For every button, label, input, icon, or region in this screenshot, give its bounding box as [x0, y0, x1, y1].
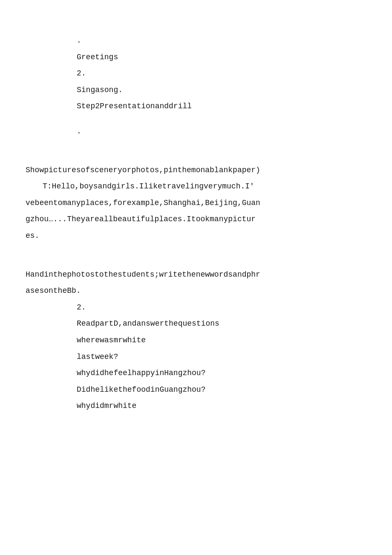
hand-in-text-1: Handinthephotostothestudents;writethenew… — [26, 270, 260, 279]
did-he-like-line: DidhelikethefoodinGuangzhou? — [26, 383, 366, 396]
teacher-speech-text-4: es. — [26, 231, 39, 240]
teacher-speech-line-1: T:Hello,boysandgirls.Iliketravelingverym… — [26, 180, 366, 193]
dot-text-1: . — [77, 36, 81, 45]
teacher-speech-line-2: vebeentomanyplaces,forexample,Shanghai,B… — [26, 197, 366, 210]
singasong-text: Singasong. — [77, 86, 123, 94]
why-happy-text: whydidhefeelhappyinHangzhou? — [77, 369, 205, 377]
teacher-speech-line-4: es. — [26, 229, 366, 243]
teacher-speech-line-3: gzhou…...Theyareallbeautifulplaces.Itook… — [26, 213, 366, 226]
read-part-d-line: ReadpartD,andanswerthequestions — [26, 317, 366, 330]
why-happy-line: whydidhefeelhappyinHangzhou? — [26, 367, 366, 380]
teacher-speech-text-1: T:Hello,boysandgirls.Iliketravelingverym… — [43, 182, 254, 191]
last-week-line: lastweek? — [26, 350, 366, 364]
item-2b-text: 2. — [77, 303, 86, 312]
spacer-2 — [26, 155, 366, 164]
where-was-line: wherewasmrwhite — [26, 334, 366, 347]
read-part-d-text: ReadpartD,andanswerthequestions — [77, 319, 219, 328]
step2-text: Step2Presentationanddrill — [77, 102, 192, 110]
item-2-label: 2. — [26, 67, 366, 80]
show-pictures-line: Showpicturesofsceneryorphotos,pinthemona… — [26, 164, 366, 177]
hand-in-text-2: asesontheBb. — [26, 286, 81, 295]
dot-separator-2: . — [26, 125, 366, 138]
where-was-text: wherewasmrwhite — [77, 336, 146, 344]
teacher-speech-text-3: gzhou…...Theyareallbeautifulplaces.Itook… — [26, 215, 256, 223]
why-did-mr-line: whydidmrwhite — [26, 399, 366, 413]
spacer-1 — [26, 116, 366, 125]
item-2-text: 2. — [77, 69, 86, 78]
hand-in-line-1: Handinthephotostothestudents;writethenew… — [26, 268, 366, 281]
greetings-text: Greetings — [77, 53, 118, 61]
singasong-line: Singasong. — [26, 84, 366, 97]
last-week-text: lastweek? — [77, 353, 118, 361]
show-pictures-text: Showpicturesofsceneryorphotos,pinthemona… — [26, 166, 260, 174]
dot-text-2: . — [77, 127, 81, 136]
item-2b-label: 2. — [26, 301, 366, 314]
why-did-mr-text: whydidmrwhite — [77, 402, 136, 410]
main-content: . Greetings 2. Singasong. Step2Presentat… — [26, 34, 366, 413]
step2-line: Step2Presentationanddrill — [26, 100, 366, 113]
dot-separator-1: . — [26, 34, 366, 47]
did-he-like-text: DidhelikethefoodinGuangzhou? — [77, 385, 205, 394]
teacher-speech-text-2: vebeentomanyplaces,forexample,Shanghai,B… — [26, 199, 260, 207]
hand-in-line-2: asesontheBb. — [26, 284, 366, 298]
greetings-line: Greetings — [26, 51, 366, 64]
spacer-3 — [26, 260, 366, 268]
